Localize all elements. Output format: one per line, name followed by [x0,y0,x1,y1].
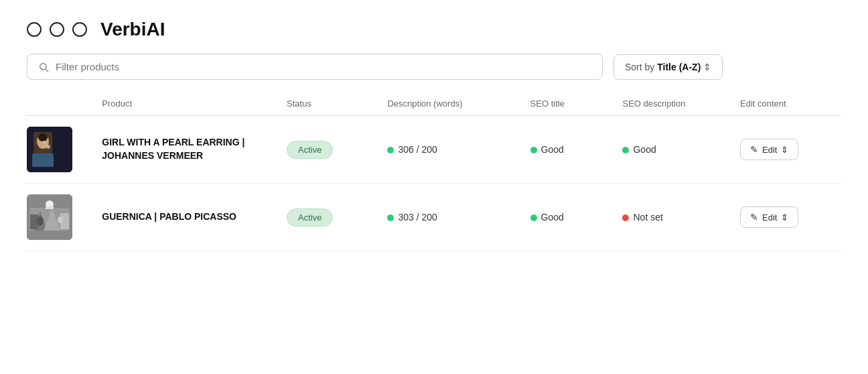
vermeer-thumb-image [27,127,72,172]
table-row: GIRL WITH A PEARL EARRING | JOHANNES VER… [27,116,841,184]
col-seotitle-header: SEO title [522,93,615,116]
seo-title-dot [530,214,537,221]
description-value: 303 / 200 [398,212,437,223]
table-header-row: Product Status Description (words) SEO t… [27,93,841,116]
product-status-cell: Active [279,116,379,184]
toolbar: Sort by Title (A-Z) ⇕ [0,54,868,93]
col-seodesc-header: SEO description [614,93,732,116]
sort-value: Title (A-Z) [657,62,701,72]
status-badge: Active [287,208,333,227]
edit-button[interactable]: ✎Edit ⇕ [740,139,798,160]
col-product-header: Product [94,93,279,116]
search-box [27,54,603,80]
edit-arrows: ⇕ [781,145,788,155]
svg-point-8 [46,145,50,149]
product-status-cell: Active [279,184,379,251]
seo-description-cell: Good [614,116,732,184]
svg-rect-16 [46,206,54,209]
product-name-cell: GIRL WITH A PEARL EARRING | JOHANNES VER… [94,116,279,184]
sort-label: Sort by [625,62,657,72]
table-container: Product Status Description (words) SEO t… [0,93,868,251]
app-title: VerbiAI [100,19,165,40]
edit-arrows: ⇕ [781,212,788,223]
seo-desc-value: Good [633,144,656,155]
description-words-cell: 303 / 200 [379,184,522,251]
product-name-cell: GUERNICA | PABLO PICASSO [94,184,279,251]
edit-content-cell: ✎Edit ⇕ [732,184,841,251]
seo-description-cell: Not set [614,184,732,251]
table-row: GUERNICA | PABLO PICASSOActive303 / 200G… [27,184,841,251]
svg-line-1 [46,69,48,72]
desc-dot [387,214,394,221]
seo-desc-value: Not set [633,212,662,223]
col-desc-header: Description (words) [379,93,522,116]
window-btn-1[interactable] [27,22,42,37]
product-thumbnail [27,194,72,240]
products-table: Product Status Description (words) SEO t… [27,93,841,251]
description-words-cell: 306 / 200 [379,116,522,184]
window-btn-3[interactable] [72,22,87,37]
edit-button[interactable]: ✎Edit ⇕ [740,206,798,228]
svg-point-7 [43,141,46,145]
svg-point-17 [37,216,44,226]
seo-desc-dot [622,147,629,153]
col-thumb-header [27,93,94,116]
col-status-header: Status [279,93,379,116]
guernica-thumb-image [27,194,72,240]
col-edit-header: Edit content [732,93,841,116]
svg-rect-6 [32,153,54,167]
product-thumbnail-cell [27,116,94,184]
search-input[interactable] [56,61,591,72]
status-badge: Active [287,141,333,159]
product-name: GIRL WITH A PEARL EARRING | JOHANNES VER… [102,137,244,161]
edit-content-cell: ✎Edit ⇕ [732,116,841,184]
svg-point-5 [38,133,48,141]
product-thumbnail [27,127,72,172]
header: VerbiAI [0,0,868,54]
window-btn-2[interactable] [50,22,64,37]
seo-title-cell: Good [522,116,615,184]
sort-button[interactable]: Sort by Title (A-Z) ⇕ [613,54,723,80]
edit-label: Edit [762,145,777,155]
product-thumbnail-cell [27,184,94,251]
seo-title-value: Good [541,144,564,155]
desc-dot [387,147,394,153]
seo-desc-dot [622,214,629,221]
search-icon [38,62,49,72]
edit-icon: ✎ [750,212,758,223]
edit-label: Edit [762,212,777,223]
seo-title-value: Good [541,212,564,223]
edit-icon: ✎ [750,144,758,155]
seo-title-cell: Good [522,184,615,251]
product-name: GUERNICA | PABLO PICASSO [102,211,236,222]
seo-title-dot [530,147,537,153]
svg-point-18 [58,216,63,223]
description-value: 306 / 200 [398,144,437,155]
